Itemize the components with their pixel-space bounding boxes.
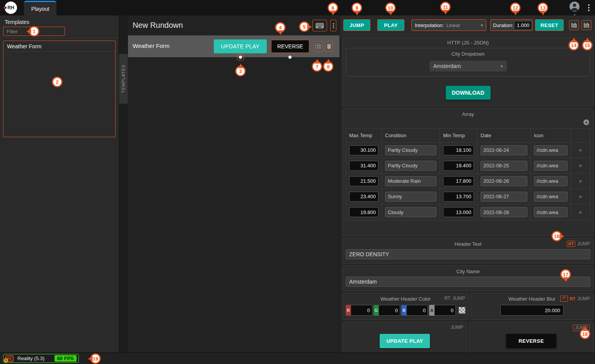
condition-input[interactable] [385,176,436,186]
chevron-down-icon: ▾ [481,23,483,28]
icon-url-input[interactable] [534,161,568,171]
min-temp-input[interactable] [443,207,474,217]
template-item-weather-form[interactable]: Weather Form [3,41,115,52]
blur-value-input[interactable] [500,305,564,316]
green-channel-input[interactable] [379,305,400,316]
cue-dot-reverse[interactable] [288,56,292,59]
http-section-title: HTTP (JS - JSON) [343,37,593,47]
save-as-button[interactable] [569,20,579,30]
jump-toggle[interactable]: JUMP [577,241,590,247]
max-temp-input[interactable] [349,145,378,155]
reverse-button[interactable]: REVERSE [506,334,556,348]
top-tab-bar: RH Playout a [0,0,595,15]
delete-row-button[interactable]: × [579,162,582,169]
shortcut-keyboard-button[interactable] [312,20,327,31]
color-swatch-picker[interactable] [459,307,465,314]
delete-row-button[interactable]: × [579,193,582,200]
callout-16: 16 [552,231,562,242]
city-name-section: City Name [343,265,593,291]
min-temp-input[interactable] [443,145,474,155]
alpha-channel-input[interactable] [435,305,456,316]
save-button[interactable] [581,20,592,30]
jump-button[interactable]: JUMP [343,19,370,31]
min-temp-input[interactable] [443,176,474,186]
rt-toggle[interactable]: RT [445,296,451,301]
blue-channel-input[interactable] [407,305,428,316]
duration-field[interactable]: Duration: 1.000 [490,19,533,31]
icon-url-input[interactable] [534,207,568,217]
min-temp-input[interactable] [443,192,474,202]
jump-toggle[interactable]: JUMP [450,325,463,330]
icon-url-input[interactable] [534,145,568,155]
update-play-panel: JUMP UPDATE PLAY [343,322,467,355]
icon-url-input[interactable] [534,176,568,186]
cue-dot-update-play[interactable] [239,56,242,59]
rundown-kebab-button[interactable] [330,20,336,31]
tab-playout[interactable]: Playout [24,1,56,15]
user-avatar[interactable]: a [569,2,580,16]
update-play-button[interactable]: UPDATE PLAY [380,334,430,348]
delete-row-button[interactable]: × [579,147,582,153]
max-temp-input[interactable] [349,176,378,186]
col-header-date: Date [477,129,531,143]
callout-8: 8 [323,61,334,72]
download-button[interactable]: DOWNLOAD [446,86,491,100]
reverse-button[interactable]: REVERSE [271,40,309,53]
header-text-input[interactable] [346,249,590,259]
jump-toggle[interactable]: JUMP [577,296,590,301]
date-input[interactable] [481,192,527,202]
reset-button[interactable]: RESET [535,19,564,31]
reality-hub-logo[interactable]: RH [5,2,17,14]
condition-input[interactable] [385,207,436,217]
rt-toggle[interactable]: RT [567,241,576,247]
jump-toggle[interactable]: JUMP [452,296,465,301]
red-channel-badge: R [346,305,351,316]
alpha-channel-badge: A [429,305,435,316]
engine-version-badge: 5 [4,358,8,362]
max-temp-input[interactable] [349,192,378,202]
avatar-icon [569,2,580,12]
delete-item-button[interactable] [325,41,333,51]
keyboard-icon [315,23,324,29]
condition-input[interactable] [385,161,436,171]
sidebar-divider [0,38,119,38]
undo-icon[interactable]: ↶ [560,296,568,302]
rundown-item-row[interactable]: Weather Form UPDATE PLAY REVERSE [128,36,339,57]
array-section: Array + Max Temp Condition Min Temp Date… [343,108,593,236]
update-play-button[interactable]: UPDATE PLAY [214,39,267,53]
condition-input[interactable] [385,192,436,202]
date-input[interactable] [481,145,527,155]
rgba-inputs: R G B A [346,305,465,316]
callout-1: 1 [29,26,39,37]
add-row-button[interactable]: + [583,119,589,125]
callout-11: 11 [440,2,451,12]
city-dropdown-group: City Dropdown Amsterdam ▾ [346,48,590,77]
min-temp-input[interactable] [443,161,474,171]
play-button[interactable]: PLAY [377,19,404,31]
date-input[interactable] [481,176,527,186]
delete-row-button[interactable]: × [579,178,582,184]
templates-vertical-tab[interactable]: TEMPLATES [119,54,128,104]
max-temp-input[interactable] [349,161,378,171]
blue-channel-badge: B [401,305,407,316]
form-view-button[interactable] [314,41,323,51]
engine-status-badge[interactable]: RE 5 Reality (5.3) 60 FPS [3,354,79,363]
blue-channel: B [401,305,428,316]
rt-toggle[interactable]: RT [570,296,576,301]
interpolation-dropdown[interactable]: Interpolation: Linear ▾ [411,19,486,31]
city-name-input[interactable] [346,277,590,287]
interpolation-label: Interpolation: [415,22,444,28]
max-temp-input[interactable] [349,207,378,217]
icon-url-input[interactable] [534,192,568,202]
date-input[interactable] [481,161,527,171]
col-header-condition: Condition [382,129,440,143]
rundown-item-name: Weather Form [133,43,170,49]
reverse-panel: JUMP REVERSE [469,322,593,355]
red-channel-input[interactable] [351,305,372,316]
app-menu-kebab-icon[interactable] [588,3,590,12]
condition-input[interactable] [385,145,436,155]
callout-17: 17 [561,269,571,280]
delete-row-button[interactable]: × [579,209,582,216]
city-dropdown-select[interactable]: Amsterdam ▾ [430,61,507,71]
date-input[interactable] [481,207,527,217]
